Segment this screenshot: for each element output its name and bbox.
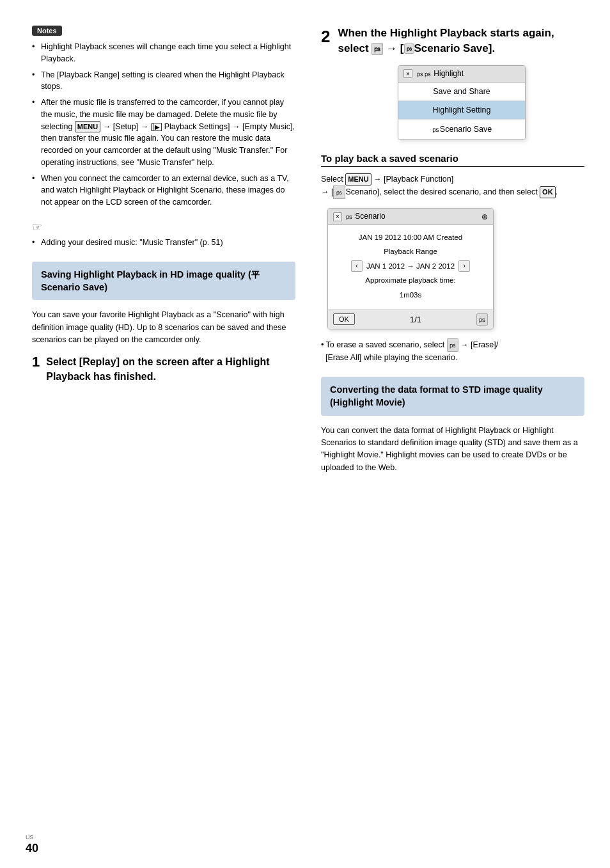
step-1-number: 1 [32,354,40,370]
scenario-ok-btn[interactable]: OK [333,313,355,325]
notes-badge: Notes [32,26,62,36]
music-note-item: Adding your desired music: "Music Transf… [32,237,295,249]
scenario-popup-header: × ㎰ Scenario ⊕ [328,209,493,225]
scenario-popup-body: JAN 19 2012 10:00 AM Created Playback Ra… [328,225,493,310]
page-locale: US [26,834,34,840]
page-number: 40 [26,842,38,855]
notes-bullet-2: The [Playback Range] setting is cleared … [32,69,295,93]
scenario-next-btn[interactable]: › [458,260,470,272]
highlight-menu-header: × ㎰㎰ Highlight [398,66,525,83]
step-1-block: 1 Select [Replay] on the screen after a … [32,354,295,384]
converting-section-title: Converting the data format to STD image … [330,383,575,409]
notes-bullet-1: Highlight Playback scenes will change ea… [32,41,295,65]
scenario-approx-label: Approximate playback time: [336,274,485,286]
scenario-created-date: JAN 19 2012 10:00 AM Created [336,232,485,243]
scenario-share-icon[interactable]: ㎰ [476,313,488,326]
erase-note: • To erase a saved scenario, select ㎰ → … [321,338,584,364]
page-footer: US 40 [0,834,610,855]
right-column: 2 When the Highlight Playback starts aga… [315,26,584,842]
notes-bullet-list: Highlight Playback scenes will change ea… [32,41,295,209]
playback-description: Select MENU → [Playback Function] → [㎰Sc… [321,173,584,199]
highlight-menu-save-share[interactable]: Save and Share [398,83,525,101]
notes-bullet-4: When you connect the camcorder to an ext… [32,173,295,209]
highlight-menu-highlight-setting[interactable]: Highlight Setting [398,101,525,120]
music-note-icon: ☞ [32,220,42,234]
scenario-date-range-row: ‹ JAN 1 2012 → JAN 2 2012 › [336,260,485,272]
scenario-popup: × ㎰ Scenario ⊕ JAN 19 2012 10:00 AM Crea… [327,208,494,329]
saving-section-box: Saving Highlight Playback in HD image qu… [32,262,295,301]
highlight-menu-close-btn[interactable]: × [403,69,412,78]
saving-section-title: Saving Highlight Playback in HD image qu… [41,268,286,294]
left-column: Notes Highlight Playback scenes will cha… [32,26,315,842]
scenario-popup-footer: OK 1/1 ㎰ [328,310,493,329]
page-container: Notes Highlight Playback scenes will cha… [0,0,610,868]
scenario-prev-btn[interactable]: ‹ [351,260,363,272]
step-2-header: 2 When the Highlight Playback starts aga… [321,26,584,56]
scenario-date-range: JAN 1 2012 → JAN 2 2012 [366,260,455,272]
scenario-close-btn[interactable]: × [333,212,342,221]
scenario-page-indicator: 1/1 [410,315,421,324]
scenario-playback-range-label: Playback Range [336,246,485,257]
highlight-menu-scenario-save[interactable]: ㎰Scenario Save [398,120,525,139]
scenario-settings-icon[interactable]: ⊕ [481,212,488,221]
notes-bullet-3: After the music file is transferred to t… [32,97,295,169]
highlight-menu-title: ㎰㎰ Highlight [416,68,464,79]
step-2-number: 2 [321,26,330,45]
music-note-list: Adding your desired music: "Music Transf… [32,237,295,249]
scenario-popup-title: ㎰ Scenario [345,211,386,222]
converting-section-box: Converting the data format to STD image … [321,377,584,416]
scenario-approx-time: 1m03s [336,289,485,301]
saving-description: You can save your favorite Highlight Pla… [32,309,295,346]
converting-description: You can convert the data format of Highl… [321,425,584,475]
step-1-text: Select [Replay] on the screen after a Hi… [46,354,295,384]
step-2-title: When the Highlight Playback starts again… [338,26,584,56]
playback-section-title: To play back a saved scenario [321,153,584,167]
highlight-menu-popup: × ㎰㎰ Highlight Save and Share Highlight … [398,65,526,140]
